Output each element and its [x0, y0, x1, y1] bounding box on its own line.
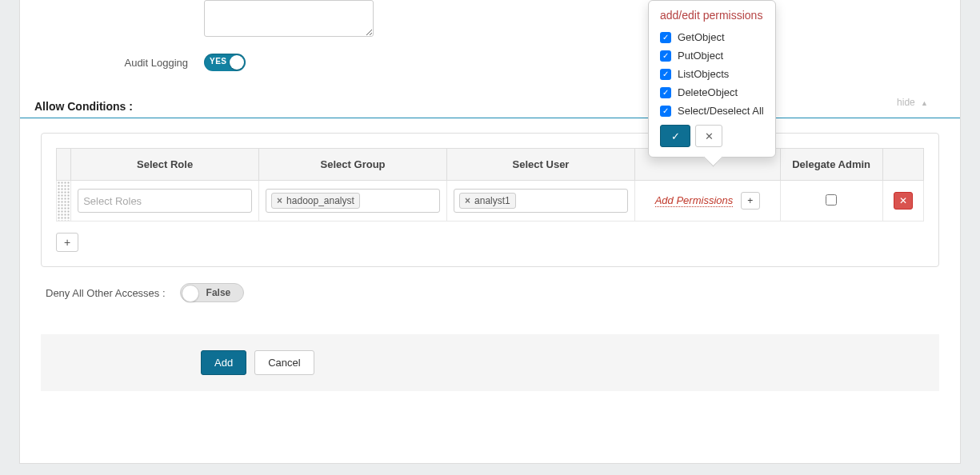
toggle-knob: [182, 285, 199, 302]
cancel-button[interactable]: Cancel: [254, 350, 314, 375]
col-select-role: Select Role: [71, 149, 259, 181]
footer-actions: Add Cancel: [41, 334, 939, 391]
col-select-group: Select Group: [259, 149, 447, 181]
permission-item-label: GetObject: [678, 31, 725, 43]
permission-item-label: Select/Deselect All: [678, 105, 764, 117]
permission-item-label: DeleteObject: [678, 86, 738, 98]
checkbox-icon[interactable]: ✓: [660, 106, 671, 117]
drag-handle[interactable]: [57, 181, 71, 222]
allow-conditions-table: Select Role Select Group Select User Del…: [56, 148, 924, 222]
checkbox-icon[interactable]: ✓: [660, 87, 671, 98]
close-icon[interactable]: ×: [465, 195, 470, 206]
user-chip[interactable]: × analyst1: [459, 193, 516, 209]
add-button[interactable]: Add: [201, 350, 246, 375]
group-chip[interactable]: × hadoop_analyst: [271, 193, 360, 209]
permission-item[interactable]: ✓Select/Deselect All: [660, 105, 764, 117]
audit-logging-toggle-text: YES: [210, 57, 227, 66]
add-condition-row-button[interactable]: +: [56, 233, 78, 252]
permissions-popover: add/edit permissions ✓GetObject✓PutObjec…: [648, 0, 776, 158]
col-delegate-admin: Delegate Admin: [780, 149, 882, 181]
permission-item[interactable]: ✓DeleteObject: [660, 86, 764, 98]
check-icon: ✓: [671, 130, 680, 142]
delegate-admin-checkbox[interactable]: [826, 194, 837, 206]
col-select-user: Select User: [447, 149, 635, 181]
select-user-input[interactable]: × analyst1: [454, 189, 628, 213]
delete-row-button[interactable]: ✕: [894, 192, 913, 210]
add-permissions-link[interactable]: Add Permissions: [655, 194, 734, 207]
select-roles-input[interactable]: Select Roles: [78, 189, 252, 213]
description-textarea[interactable]: [204, 0, 374, 37]
select-group-input[interactable]: × hadoop_analyst: [266, 189, 440, 213]
close-icon: ✕: [705, 130, 714, 142]
checkbox-icon[interactable]: ✓: [660, 50, 671, 62]
permissions-popover-title: add/edit permissions: [660, 9, 764, 22]
permission-item-label: PutObject: [678, 50, 723, 62]
checkbox-icon[interactable]: ✓: [660, 32, 671, 43]
permission-item[interactable]: ✓PutObject: [660, 50, 764, 62]
permission-item[interactable]: ✓GetObject: [660, 31, 764, 43]
deny-all-toggle-text: False: [206, 287, 231, 298]
permissions-confirm-button[interactable]: ✓: [660, 125, 690, 147]
add-permissions-plus-button[interactable]: +: [741, 192, 760, 210]
audit-logging-label: Audit Logging: [20, 57, 188, 69]
deny-all-toggle[interactable]: False: [180, 283, 244, 302]
col-actions: [882, 149, 923, 181]
permissions-cancel-button[interactable]: ✕: [695, 125, 722, 147]
permission-item-label: ListObjects: [678, 68, 729, 80]
allow-conditions-heading: Allow Conditions :: [34, 95, 960, 113]
permission-item[interactable]: ✓ListObjects: [660, 68, 764, 80]
audit-logging-toggle[interactable]: YES: [204, 54, 246, 71]
toggle-knob: [230, 55, 244, 70]
conditions-row: Select Roles × hadoop_analyst: [57, 181, 924, 222]
close-icon[interactable]: ×: [277, 195, 282, 206]
deny-all-label: Deny All Other Accesses :: [46, 287, 166, 299]
hide-toggle[interactable]: hide ▲: [897, 97, 928, 108]
chevron-up-icon: ▲: [921, 99, 928, 107]
checkbox-icon[interactable]: ✓: [660, 69, 671, 80]
